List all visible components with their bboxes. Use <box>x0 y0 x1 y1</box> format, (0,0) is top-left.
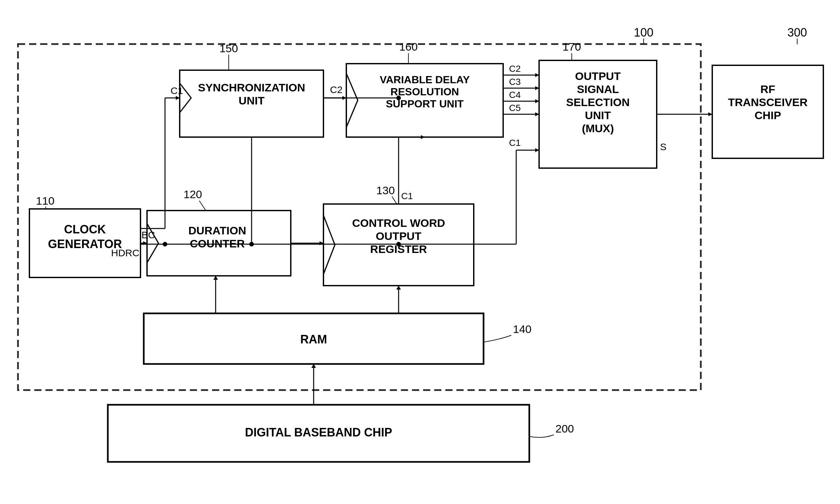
c5-mux: C5 <box>509 103 521 113</box>
ref-120: 120 <box>184 188 202 200</box>
ref-140: 140 <box>513 323 532 335</box>
rf-line2: TRANSCEIVER <box>728 96 808 108</box>
mux-line5: (MUX) <box>582 122 614 134</box>
main-diagram: 100 300 CLOCK GENERATOR 110 SYNCHRONIZAT… <box>0 0 840 504</box>
ram-label: RAM <box>300 332 327 346</box>
c1-cwr: C1 <box>401 191 413 201</box>
rf-line3: CHIP <box>754 109 781 122</box>
dc-line1: DURATION <box>189 224 246 237</box>
bc-signal: BC <box>141 230 155 240</box>
dbb-label: DIGITAL BASEBAND CHIP <box>245 426 392 439</box>
svg-point-121 <box>249 242 254 247</box>
mux-line1: OUTPUT <box>575 70 621 82</box>
sync-line1: SYNCHRONIZATION <box>198 81 305 94</box>
vdrs-line1: VARIABLE DELAY <box>380 74 470 86</box>
cw-line1: CONTROL WORD <box>352 217 445 229</box>
mux-line2: SIGNAL <box>577 83 619 95</box>
cw-line2: OUTPUT <box>376 230 422 242</box>
s-signal: S <box>660 141 667 152</box>
svg-point-109 <box>396 242 401 247</box>
cg-line1: CLOCK <box>64 222 106 236</box>
c2-mux: C2 <box>509 64 521 74</box>
ref-300-text: 300 <box>787 26 807 39</box>
ref-160: 160 <box>399 40 418 53</box>
vdrs-line2: RESOLUTION <box>391 86 459 97</box>
rf-line1: RF <box>760 83 775 95</box>
dc-line2: COUNTER <box>190 237 245 250</box>
c1-mux: C1 <box>509 138 521 148</box>
c2-sync-vdrs: C2 <box>330 84 342 95</box>
mux-line4: UNIT <box>585 109 611 122</box>
ref-100-text: 100 <box>634 26 653 39</box>
c3-mux: C3 <box>509 77 521 87</box>
ref-150: 150 <box>220 42 238 55</box>
sync-line2: UNIT <box>239 94 264 107</box>
ref-110: 110 <box>36 195 55 207</box>
ref-130: 130 <box>376 184 395 197</box>
hdrc-signal: HDRC <box>111 248 139 258</box>
mux-line3: SELECTION <box>566 96 630 108</box>
c4-mux: C4 <box>509 90 521 100</box>
ref-200: 200 <box>555 422 574 435</box>
c1-signal: C1 <box>171 85 183 96</box>
ref-170: 170 <box>563 40 581 53</box>
